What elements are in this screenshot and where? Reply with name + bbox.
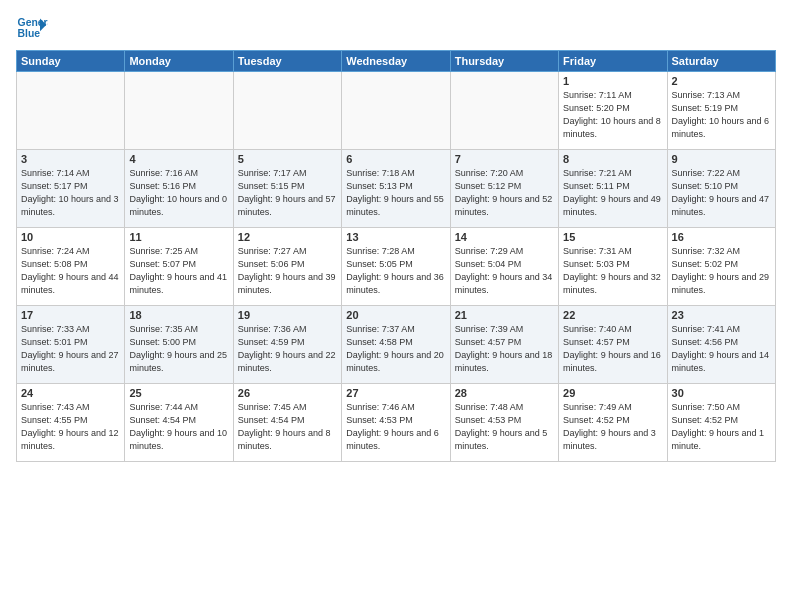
day-info: Sunrise: 7:31 AM Sunset: 5:03 PM Dayligh… (563, 245, 662, 297)
day-info: Sunrise: 7:33 AM Sunset: 5:01 PM Dayligh… (21, 323, 120, 375)
day-number: 28 (455, 387, 554, 399)
svg-text:Blue: Blue (18, 28, 41, 39)
calendar-cell: 6Sunrise: 7:18 AM Sunset: 5:13 PM Daylig… (342, 150, 450, 228)
weekday-wednesday: Wednesday (342, 51, 450, 72)
day-info: Sunrise: 7:39 AM Sunset: 4:57 PM Dayligh… (455, 323, 554, 375)
calendar-week-5: 24Sunrise: 7:43 AM Sunset: 4:55 PM Dayli… (17, 384, 776, 462)
calendar-cell: 12Sunrise: 7:27 AM Sunset: 5:06 PM Dayli… (233, 228, 341, 306)
day-info: Sunrise: 7:35 AM Sunset: 5:00 PM Dayligh… (129, 323, 228, 375)
day-number: 19 (238, 309, 337, 321)
day-number: 18 (129, 309, 228, 321)
calendar-cell: 21Sunrise: 7:39 AM Sunset: 4:57 PM Dayli… (450, 306, 558, 384)
day-info: Sunrise: 7:25 AM Sunset: 5:07 PM Dayligh… (129, 245, 228, 297)
calendar-cell: 30Sunrise: 7:50 AM Sunset: 4:52 PM Dayli… (667, 384, 775, 462)
day-number: 30 (672, 387, 771, 399)
page: General Blue SundayMondayTuesdayWednesda… (0, 0, 792, 470)
weekday-tuesday: Tuesday (233, 51, 341, 72)
day-number: 5 (238, 153, 337, 165)
calendar-cell: 2Sunrise: 7:13 AM Sunset: 5:19 PM Daylig… (667, 72, 775, 150)
day-number: 16 (672, 231, 771, 243)
calendar-cell: 17Sunrise: 7:33 AM Sunset: 5:01 PM Dayli… (17, 306, 125, 384)
calendar-cell: 20Sunrise: 7:37 AM Sunset: 4:58 PM Dayli… (342, 306, 450, 384)
calendar-cell (17, 72, 125, 150)
day-info: Sunrise: 7:43 AM Sunset: 4:55 PM Dayligh… (21, 401, 120, 453)
day-number: 1 (563, 75, 662, 87)
weekday-sunday: Sunday (17, 51, 125, 72)
day-info: Sunrise: 7:49 AM Sunset: 4:52 PM Dayligh… (563, 401, 662, 453)
weekday-header-row: SundayMondayTuesdayWednesdayThursdayFrid… (17, 51, 776, 72)
weekday-thursday: Thursday (450, 51, 558, 72)
day-number: 26 (238, 387, 337, 399)
day-number: 11 (129, 231, 228, 243)
calendar-cell: 19Sunrise: 7:36 AM Sunset: 4:59 PM Dayli… (233, 306, 341, 384)
day-number: 25 (129, 387, 228, 399)
calendar-cell: 4Sunrise: 7:16 AM Sunset: 5:16 PM Daylig… (125, 150, 233, 228)
day-info: Sunrise: 7:40 AM Sunset: 4:57 PM Dayligh… (563, 323, 662, 375)
day-info: Sunrise: 7:22 AM Sunset: 5:10 PM Dayligh… (672, 167, 771, 219)
weekday-friday: Friday (559, 51, 667, 72)
day-number: 3 (21, 153, 120, 165)
calendar-cell: 8Sunrise: 7:21 AM Sunset: 5:11 PM Daylig… (559, 150, 667, 228)
day-number: 27 (346, 387, 445, 399)
day-number: 23 (672, 309, 771, 321)
day-info: Sunrise: 7:14 AM Sunset: 5:17 PM Dayligh… (21, 167, 120, 219)
calendar-cell: 10Sunrise: 7:24 AM Sunset: 5:08 PM Dayli… (17, 228, 125, 306)
day-info: Sunrise: 7:46 AM Sunset: 4:53 PM Dayligh… (346, 401, 445, 453)
weekday-saturday: Saturday (667, 51, 775, 72)
day-info: Sunrise: 7:27 AM Sunset: 5:06 PM Dayligh… (238, 245, 337, 297)
calendar-week-4: 17Sunrise: 7:33 AM Sunset: 5:01 PM Dayli… (17, 306, 776, 384)
day-info: Sunrise: 7:13 AM Sunset: 5:19 PM Dayligh… (672, 89, 771, 141)
day-info: Sunrise: 7:29 AM Sunset: 5:04 PM Dayligh… (455, 245, 554, 297)
calendar-cell (450, 72, 558, 150)
day-number: 22 (563, 309, 662, 321)
calendar-cell: 28Sunrise: 7:48 AM Sunset: 4:53 PM Dayli… (450, 384, 558, 462)
day-number: 17 (21, 309, 120, 321)
calendar-cell: 1Sunrise: 7:11 AM Sunset: 5:20 PM Daylig… (559, 72, 667, 150)
calendar-table: SundayMondayTuesdayWednesdayThursdayFrid… (16, 50, 776, 462)
calendar-cell (342, 72, 450, 150)
header: General Blue (16, 12, 776, 44)
day-info: Sunrise: 7:21 AM Sunset: 5:11 PM Dayligh… (563, 167, 662, 219)
calendar-cell: 24Sunrise: 7:43 AM Sunset: 4:55 PM Dayli… (17, 384, 125, 462)
day-number: 24 (21, 387, 120, 399)
day-info: Sunrise: 7:16 AM Sunset: 5:16 PM Dayligh… (129, 167, 228, 219)
calendar-cell: 27Sunrise: 7:46 AM Sunset: 4:53 PM Dayli… (342, 384, 450, 462)
day-info: Sunrise: 7:24 AM Sunset: 5:08 PM Dayligh… (21, 245, 120, 297)
calendar-cell: 5Sunrise: 7:17 AM Sunset: 5:15 PM Daylig… (233, 150, 341, 228)
calendar-cell: 13Sunrise: 7:28 AM Sunset: 5:05 PM Dayli… (342, 228, 450, 306)
weekday-monday: Monday (125, 51, 233, 72)
day-number: 7 (455, 153, 554, 165)
calendar-cell: 9Sunrise: 7:22 AM Sunset: 5:10 PM Daylig… (667, 150, 775, 228)
day-number: 13 (346, 231, 445, 243)
calendar-cell: 11Sunrise: 7:25 AM Sunset: 5:07 PM Dayli… (125, 228, 233, 306)
calendar-cell: 3Sunrise: 7:14 AM Sunset: 5:17 PM Daylig… (17, 150, 125, 228)
day-info: Sunrise: 7:18 AM Sunset: 5:13 PM Dayligh… (346, 167, 445, 219)
day-number: 6 (346, 153, 445, 165)
day-number: 10 (21, 231, 120, 243)
day-info: Sunrise: 7:32 AM Sunset: 5:02 PM Dayligh… (672, 245, 771, 297)
calendar-cell: 14Sunrise: 7:29 AM Sunset: 5:04 PM Dayli… (450, 228, 558, 306)
day-info: Sunrise: 7:20 AM Sunset: 5:12 PM Dayligh… (455, 167, 554, 219)
day-info: Sunrise: 7:44 AM Sunset: 4:54 PM Dayligh… (129, 401, 228, 453)
calendar-week-1: 1Sunrise: 7:11 AM Sunset: 5:20 PM Daylig… (17, 72, 776, 150)
day-info: Sunrise: 7:37 AM Sunset: 4:58 PM Dayligh… (346, 323, 445, 375)
day-info: Sunrise: 7:41 AM Sunset: 4:56 PM Dayligh… (672, 323, 771, 375)
calendar-cell: 23Sunrise: 7:41 AM Sunset: 4:56 PM Dayli… (667, 306, 775, 384)
calendar-cell: 16Sunrise: 7:32 AM Sunset: 5:02 PM Dayli… (667, 228, 775, 306)
day-info: Sunrise: 7:45 AM Sunset: 4:54 PM Dayligh… (238, 401, 337, 453)
day-info: Sunrise: 7:17 AM Sunset: 5:15 PM Dayligh… (238, 167, 337, 219)
day-number: 8 (563, 153, 662, 165)
logo: General Blue (16, 12, 48, 44)
calendar-cell: 22Sunrise: 7:40 AM Sunset: 4:57 PM Dayli… (559, 306, 667, 384)
day-info: Sunrise: 7:11 AM Sunset: 5:20 PM Dayligh… (563, 89, 662, 141)
calendar-cell (233, 72, 341, 150)
day-number: 4 (129, 153, 228, 165)
calendar-cell: 25Sunrise: 7:44 AM Sunset: 4:54 PM Dayli… (125, 384, 233, 462)
day-number: 21 (455, 309, 554, 321)
day-number: 20 (346, 309, 445, 321)
day-number: 29 (563, 387, 662, 399)
day-number: 15 (563, 231, 662, 243)
day-number: 2 (672, 75, 771, 87)
day-info: Sunrise: 7:48 AM Sunset: 4:53 PM Dayligh… (455, 401, 554, 453)
day-number: 14 (455, 231, 554, 243)
